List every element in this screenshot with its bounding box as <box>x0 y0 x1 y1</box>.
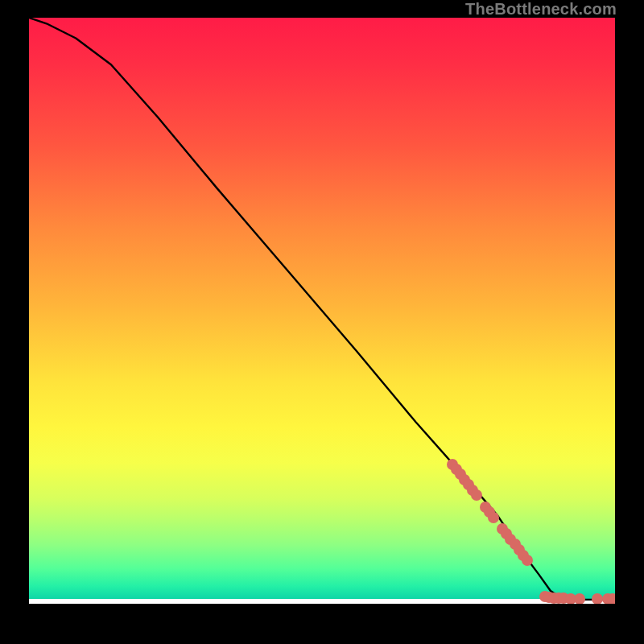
plot-area <box>29 18 615 604</box>
data-point <box>607 593 615 604</box>
data-point <box>488 512 499 523</box>
chart-stage: TheBottleneck.com <box>0 0 644 644</box>
watermark-text: TheBottleneck.com <box>465 0 617 19</box>
data-point <box>471 489 482 501</box>
data-point <box>574 593 585 604</box>
data-points-layer <box>29 18 615 604</box>
data-point <box>522 555 533 566</box>
